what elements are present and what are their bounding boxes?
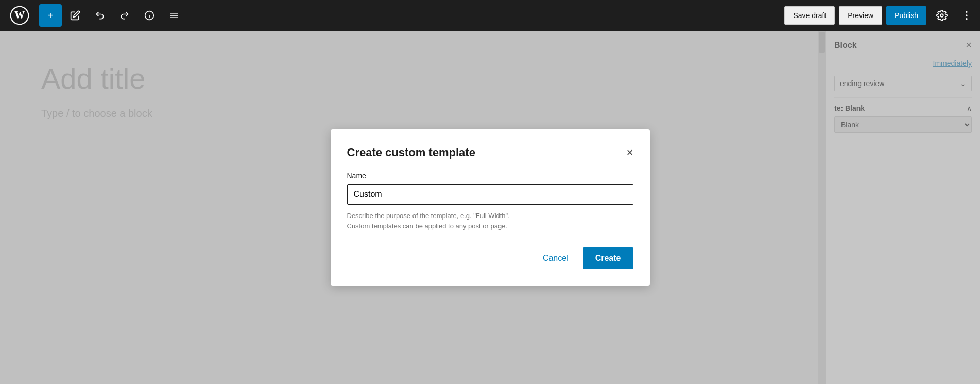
publish-button[interactable]: Publish <box>886 6 926 25</box>
modal-title: Create custom template <box>347 146 475 159</box>
svg-point-10 <box>966 14 967 16</box>
modal-footer: Cancel Create <box>347 247 633 269</box>
name-label: Name <box>347 172 633 180</box>
svg-point-8 <box>940 14 943 17</box>
list-view-button[interactable] <box>163 4 185 27</box>
create-template-modal: Create custom template × Name Describe t… <box>331 129 650 286</box>
info-button[interactable] <box>138 4 161 27</box>
save-draft-button[interactable]: Save draft <box>784 6 835 25</box>
main-layout: Add title Type / to choose a block Block… <box>0 31 980 384</box>
settings-button[interactable] <box>931 4 953 27</box>
cancel-button[interactable]: Cancel <box>535 249 577 267</box>
modal-overlay: Create custom template × Name Describe t… <box>0 31 980 384</box>
preview-button[interactable]: Preview <box>839 6 882 25</box>
svg-text:W: W <box>14 9 25 21</box>
wp-logo: W <box>4 0 35 31</box>
toolbar-right: Save draft Preview Publish <box>784 4 976 27</box>
toolbar: W + Save draft <box>0 0 980 31</box>
svg-point-9 <box>966 11 967 13</box>
add-block-button[interactable]: + <box>39 4 62 27</box>
modal-hint: Describe the purpose of the template, e.… <box>347 211 633 231</box>
create-button[interactable]: Create <box>583 247 633 269</box>
hint-line2: Custom templates can be applied to any p… <box>347 222 507 230</box>
modal-header: Create custom template × <box>347 146 633 159</box>
more-options-button[interactable] <box>957 4 976 27</box>
edit-button[interactable] <box>64 4 87 27</box>
modal-close-button[interactable]: × <box>627 147 633 158</box>
hint-line1: Describe the purpose of the template, e.… <box>347 212 510 220</box>
template-name-input[interactable] <box>347 184 633 205</box>
redo-button[interactable] <box>113 4 136 27</box>
undo-button[interactable] <box>89 4 111 27</box>
svg-point-11 <box>966 18 967 20</box>
